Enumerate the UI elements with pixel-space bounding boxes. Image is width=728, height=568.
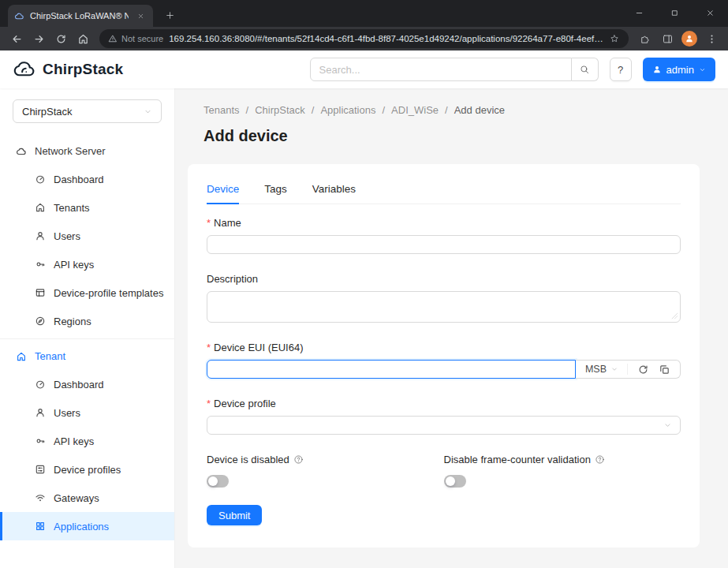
add-device-card: Device Tags Variables * Name Des [188,164,700,547]
breadcrumb-chirpstack[interactable]: ChirpStack [255,104,314,116]
resize-grip-icon[interactable] [671,312,678,320]
tenant-select[interactable]: ChirpStack [13,99,162,123]
browser-menu-button[interactable] [701,28,722,49]
user-icon [35,407,46,418]
tab-variables[interactable]: Variables [312,177,356,204]
side-panel-button[interactable] [657,28,678,49]
not-secure-label: Not secure [121,34,163,43]
global-search [310,58,599,81]
maximize-button[interactable] [657,0,693,26]
maximize-icon [670,9,679,17]
frame-counter-label: Disable frame-counter validation [444,454,681,465]
device-disabled-toggle[interactable] [207,475,229,488]
new-tab-button[interactable] [159,5,180,25]
home-icon [16,351,27,362]
star-icon [609,33,620,44]
chevron-down-icon [663,421,672,430]
sidebar-item-gateways[interactable]: Gateways [0,484,174,512]
search-input[interactable] [310,58,572,81]
sidebar-item-tenants[interactable]: Tenants [0,193,174,222]
device-profile-select-value[interactable] [207,416,681,435]
description-textarea[interactable] [207,291,681,323]
chirpstack-cloud-icon [13,58,36,81]
breadcrumb-add-device: Add device [454,104,505,116]
control-icon [35,464,46,475]
warning-icon [108,34,118,43]
dashboard-icon [35,379,46,390]
toggle-knob [446,476,455,486]
sidebar-item-device-profiles[interactable]: Device profiles [0,455,174,484]
menu-group-network-server[interactable]: Network Server [0,137,174,165]
dev-eui-label-text: Device EUI (EUI64) [214,342,303,353]
chevron-down-icon [144,107,152,116]
device-disabled-label: Device is disabled [207,454,444,465]
browser-tab[interactable]: ChirpStack LoRaWAN® Netwo [8,5,153,27]
help-button[interactable]: ? [610,58,632,81]
breadcrumb-applications[interactable]: Applications [320,104,385,116]
extensions-button[interactable] [635,28,655,49]
breadcrumb-tenants[interactable]: Tenants [203,104,248,116]
dev-eui-field: * Device EUI (EUI64) MSB [207,342,681,379]
minimize-button[interactable] [622,0,657,26]
frame-counter-toggle[interactable] [444,475,466,488]
frame-counter-col: Disable frame-counter validation [444,454,681,488]
tab-device[interactable]: Device [207,177,239,204]
browser-home-button[interactable] [73,28,93,49]
menu-group-tenant[interactable]: Tenant [0,342,174,370]
sidebar-item-ns-dashboard[interactable]: Dashboard [0,165,174,193]
dev-eui-label: * Device EUI (EUI64) [207,342,681,353]
breadcrumb-adi-wise[interactable]: ADI_WiSe [391,104,448,116]
key-icon [35,435,46,447]
msb-select[interactable]: MSB [585,364,628,375]
dev-eui-input[interactable] [207,360,576,379]
sidebar-item-applications[interactable]: Applications [0,512,174,540]
device-profile-select[interactable] [207,416,681,435]
bookmark-star-button[interactable] [609,33,620,44]
toggle-knob [208,476,218,486]
sidebar-item-label: Users [54,407,80,419]
search-button[interactable] [572,58,599,81]
sidebar-item-tenant-api-keys[interactable]: API keys [0,427,174,455]
admin-menu-button[interactable]: admin [643,58,715,81]
question-circle-icon[interactable] [293,454,304,465]
tab-close-button[interactable] [134,9,147,22]
body: ChirpStack Network Server Dashboard Tena… [0,88,728,568]
name-input[interactable] [207,235,681,254]
close-window-button[interactable] [693,0,728,26]
chevron-down-icon [699,66,706,73]
question-circle-icon[interactable] [595,454,605,465]
tab-tags[interactable]: Tags [264,177,287,204]
tenant-select-value: ChirpStack [22,106,73,118]
home-icon [77,33,89,45]
sidebar-item-ns-users[interactable]: Users [0,222,174,250]
back-button[interactable] [6,28,27,49]
sidebar-item-regions[interactable]: Regions [0,307,174,335]
admin-label: admin [666,64,694,76]
key-icon [35,259,46,270]
menu-group-label: Tenant [35,350,65,362]
reload-button[interactable] [50,28,71,49]
sidebar-item-label: Tenants [54,202,90,214]
sidebar-item-label: Users [54,230,80,242]
forward-button[interactable] [28,28,49,49]
generate-random-eui-button[interactable] [637,364,649,376]
sidebar-item-device-profile-templates[interactable]: Device-profile templates [0,278,174,307]
puzzle-icon [640,33,651,45]
sidebar-item-tenant-users[interactable]: Users [0,398,174,427]
profile-avatar[interactable] [681,31,697,47]
cloud-icon [16,146,27,157]
submit-button[interactable]: Submit [207,505,262,525]
description-field: Description [207,273,681,323]
menu-divider [0,338,174,339]
compass-icon [35,316,46,327]
copy-icon [659,364,670,376]
copy-eui-button[interactable] [659,364,670,376]
sidebar-item-ns-api-keys[interactable]: API keys [0,250,174,278]
chirpstack-logo[interactable]: ChirpStack [13,58,123,81]
sidebar-item-label: Gateways [54,492,99,504]
sidebar-item-label: Device profiles [54,464,121,476]
dev-eui-group: MSB [207,360,681,379]
sidebar-item-tenant-dashboard[interactable]: Dashboard [0,370,174,398]
not-secure-badge[interactable]: Not secure [108,34,163,43]
url-bar[interactable]: Not secure 169.254.160.36:8080/#/tenants… [99,29,629,48]
